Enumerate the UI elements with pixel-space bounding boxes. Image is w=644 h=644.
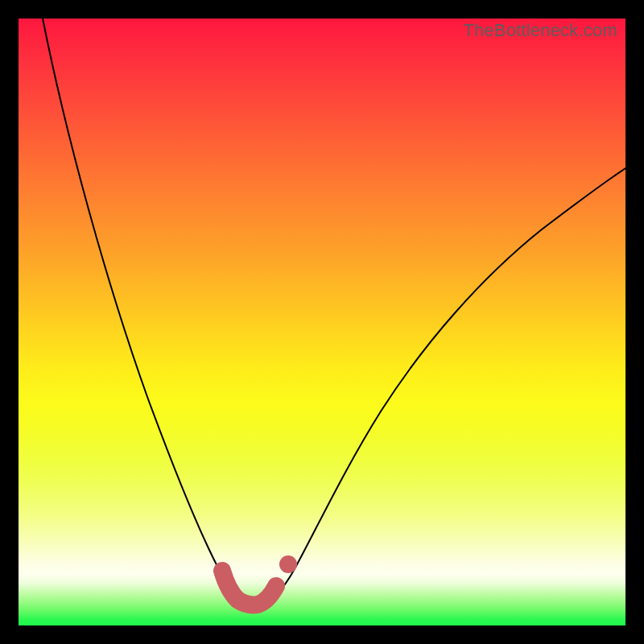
trough-highlight [222, 571, 276, 605]
trough-extra-dot [279, 555, 297, 573]
watermark-text: TheBottleneck.com [463, 20, 617, 41]
bottleneck-plot [19, 19, 625, 625]
bottleneck-curve [43, 19, 625, 605]
chart-frame: TheBottleneck.com [19, 19, 625, 625]
